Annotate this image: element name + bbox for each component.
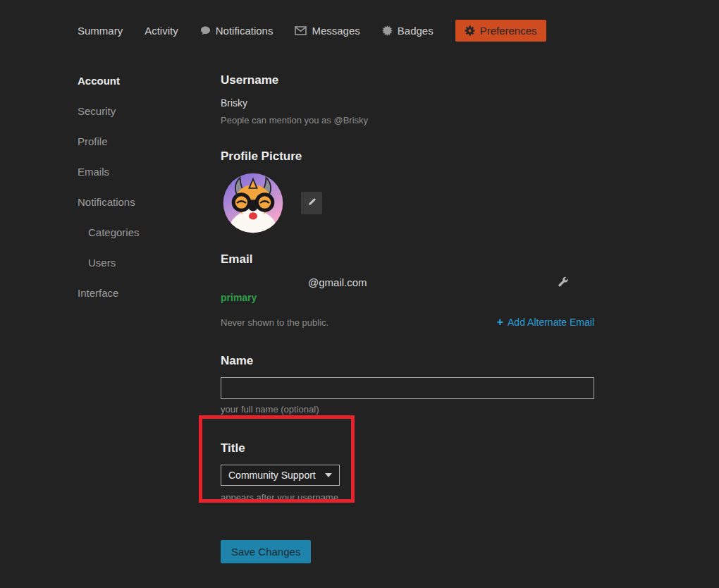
sidebar-item-label: Notifications bbox=[78, 196, 135, 208]
tab-summary-label: Summary bbox=[78, 25, 123, 37]
account-settings: Username Brisky People can mention you a… bbox=[221, 73, 594, 563]
tab-preferences[interactable]: Preferences bbox=[455, 20, 546, 42]
sidebar-item-notifications[interactable]: Notifications bbox=[78, 187, 197, 217]
sidebar-item-label: Users bbox=[88, 257, 116, 269]
sidebar-item-label: Profile bbox=[78, 135, 108, 147]
sidebar-item-label: Emails bbox=[78, 166, 109, 178]
add-alternate-email-label: Add Alternate Email bbox=[508, 317, 594, 328]
pencil-icon bbox=[307, 197, 317, 209]
sidebar-item-label: Interface bbox=[78, 287, 118, 299]
sidebar-item-interface[interactable]: Interface bbox=[78, 278, 197, 308]
title-heading: Title bbox=[221, 441, 594, 456]
avatar bbox=[221, 171, 285, 235]
envelope-icon bbox=[295, 26, 307, 35]
name-heading: Name bbox=[221, 353, 594, 369]
tab-notifications[interactable]: Notifications bbox=[200, 20, 274, 41]
email-row: @gmail.com bbox=[221, 276, 594, 289]
title-selected-value: Community Support bbox=[228, 470, 316, 481]
username-value: Brisky bbox=[221, 97, 594, 109]
username-hint: People can mention you as @Brisky bbox=[221, 115, 594, 125]
tab-badges[interactable]: Badges bbox=[382, 20, 434, 41]
chevron-down-icon bbox=[325, 473, 332, 477]
sidebar-item-security[interactable]: Security bbox=[78, 96, 197, 126]
tab-preferences-label: Preferences bbox=[480, 25, 537, 37]
email-settings-button[interactable] bbox=[558, 276, 569, 289]
tab-notifications-label: Notifications bbox=[216, 25, 274, 37]
save-changes-button[interactable]: Save Changes bbox=[221, 540, 311, 563]
name-hint: your full name (optional) bbox=[221, 404, 594, 415]
profile-picture-heading: Profile Picture bbox=[221, 149, 594, 164]
email-primary-badge: primary bbox=[221, 292, 594, 303]
tab-messages[interactable]: Messages bbox=[295, 20, 360, 41]
wrench-icon bbox=[558, 276, 569, 289]
tab-messages-label: Messages bbox=[312, 25, 360, 37]
title-hint: appears after your username bbox=[221, 492, 594, 503]
sidebar-item-label: Security bbox=[78, 105, 116, 117]
email-heading: Email bbox=[221, 252, 594, 267]
tab-activity[interactable]: Activity bbox=[145, 20, 178, 41]
sidebar-item-users[interactable]: Users bbox=[78, 247, 197, 278]
plus-icon: + bbox=[497, 317, 503, 327]
sidebar-item-account[interactable]: Account bbox=[78, 66, 197, 96]
email-hint: Never shown to the public. bbox=[221, 317, 328, 328]
sidebar-item-categories[interactable]: Categories bbox=[78, 217, 197, 247]
badge-icon bbox=[382, 25, 393, 36]
avatar-row bbox=[221, 171, 594, 235]
name-input[interactable] bbox=[221, 377, 594, 399]
email-value: @gmail.com bbox=[221, 276, 367, 288]
preferences-sidebar: Account Security Profile Emails Notifica… bbox=[78, 66, 197, 308]
sidebar-item-emails[interactable]: Emails bbox=[78, 157, 197, 187]
tab-badges-label: Badges bbox=[398, 25, 434, 37]
add-alternate-email-link[interactable]: + Add Alternate Email bbox=[497, 317, 594, 328]
edit-avatar-button[interactable] bbox=[301, 192, 322, 214]
title-dropdown[interactable]: Community Support bbox=[221, 465, 340, 486]
sidebar-item-label: Categories bbox=[88, 226, 140, 238]
username-heading: Username bbox=[221, 73, 594, 88]
comment-icon bbox=[200, 25, 211, 36]
tab-summary[interactable]: Summary bbox=[78, 20, 123, 41]
preferences-page: Summary Activity Notifications Messages … bbox=[0, 0, 719, 588]
tab-activity-label: Activity bbox=[145, 25, 178, 37]
sidebar-item-label: Account bbox=[78, 75, 120, 87]
user-nav: Summary Activity Notifications Messages … bbox=[78, 20, 546, 42]
gear-icon bbox=[465, 25, 475, 36]
email-note-row: Never shown to the public. + Add Alterna… bbox=[221, 317, 594, 328]
sidebar-item-profile[interactable]: Profile bbox=[78, 126, 197, 157]
